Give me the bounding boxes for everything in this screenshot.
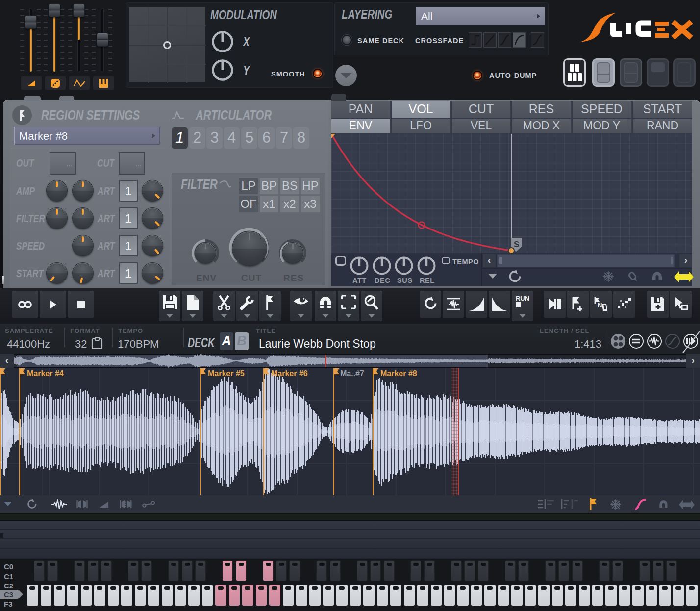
svg-text:S: S [514, 240, 519, 249]
svg-text:N: N [598, 302, 602, 309]
